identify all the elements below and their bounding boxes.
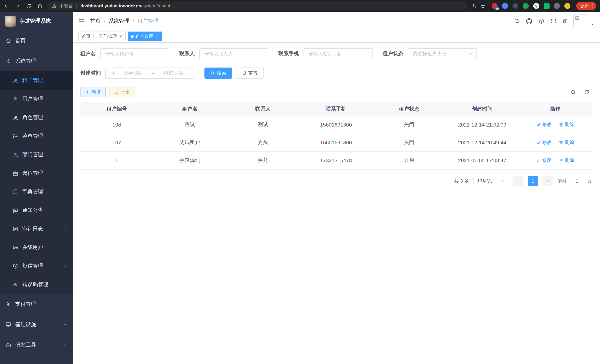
phone-input[interactable] [303, 48, 373, 59]
sidebar-item-payment[interactable]: 支付管理 [0, 294, 73, 314]
close-icon[interactable] [155, 35, 159, 38]
sidebar-item-tenant[interactable]: 租户管理 [0, 71, 73, 90]
bookmark-star-icon[interactable] [480, 3, 486, 9]
filter-row-1: 租户名 联系人 联系手机 租户状态 请选择租户状态 [80, 48, 592, 59]
goto-page-input[interactable] [570, 176, 584, 186]
github-icon[interactable] [526, 18, 532, 24]
font-size-button[interactable]: tT [563, 18, 567, 24]
add-button[interactable]: 新增 [80, 87, 106, 97]
cell-phone: 15601691300 [300, 134, 373, 151]
tab-dept-management[interactable]: 部门管理 [96, 32, 126, 41]
extension-icon[interactable]: 10 [492, 3, 497, 9]
extension-badge: 10 [495, 7, 499, 10]
sidebar-item-error-code[interactable]: 错误码管理 [0, 275, 73, 294]
address-bar[interactable]: 不安全 dashboard.yudao.iocoder.cn/system/te… [47, 1, 467, 10]
export-button[interactable]: 导出 [110, 87, 135, 97]
tenant-status-select[interactable]: 请选择租户状态 [408, 48, 477, 59]
sidebar-item-infrastructure[interactable]: 基础设施 [0, 314, 73, 335]
chevron-right-icon [545, 179, 550, 183]
page-size-select[interactable]: 10条/页 [473, 176, 508, 186]
create-time-range-picker[interactable]: 开始日期 - 结束日期 [105, 67, 194, 79]
sidebar-item-home[interactable]: 首页 [0, 30, 73, 51]
filter-row-2: 创建时间 开始日期 - 结束日期 搜索 重置 [80, 67, 592, 79]
browser-home-icon[interactable] [37, 3, 43, 9]
app-logo[interactable]: 芋道管理系统 [0, 12, 73, 30]
sidebar-item-notice[interactable]: 通知公告 [0, 201, 73, 220]
column-header: 操作 [519, 103, 592, 116]
contact-input[interactable] [199, 48, 268, 59]
chevron-down-icon [63, 227, 67, 231]
browser-back-icon[interactable] [4, 3, 9, 9]
cell-tenant-id: 107 [80, 134, 153, 151]
create-time-label: 创建时间 [80, 70, 101, 76]
profile-avatar-icon[interactable] [564, 3, 570, 9]
extension-icon[interactable] [502, 3, 508, 9]
sidebar-item-dev-tools[interactable]: 研发工具 [0, 335, 73, 355]
browser-update-button[interactable]: 更新 [576, 2, 596, 10]
sidebar-item-online-users[interactable]: 在线用户 [0, 238, 73, 257]
briefcase-icon [13, 170, 18, 176]
edit-button[interactable]: 修改 [536, 121, 552, 128]
caret-down-icon[interactable] [590, 22, 595, 26]
extension-icon[interactable]: y [533, 3, 539, 9]
sidebar-item-dept[interactable]: 部门管理 [0, 145, 73, 164]
total-count: 共 3 条 [454, 177, 469, 184]
prev-page-button[interactable] [513, 176, 523, 186]
breadcrumb: 首页 / 系统管理 / 租户管理 [90, 18, 158, 25]
sidebar-item-role[interactable]: 角色管理 [0, 108, 73, 127]
edit-button[interactable]: 修改 [536, 157, 552, 164]
sidebar-item-system[interactable]: 系统管理 [0, 51, 73, 71]
sidebar-item-sms[interactable]: 短信管理 [0, 257, 73, 275]
sidebar-item-post[interactable]: 岗位管理 [0, 164, 73, 183]
hamburger-icon[interactable] [73, 18, 90, 24]
table-toolbar: 新增 导出 [80, 87, 592, 97]
sidebar-item-menu[interactable]: 菜单管理 [0, 127, 73, 145]
search-icon[interactable] [514, 18, 520, 24]
delete-label: 删除 [564, 139, 574, 146]
refresh-table-icon[interactable] [584, 89, 590, 95]
edit-button[interactable]: 修改 [536, 139, 552, 146]
column-header: 联系人 [226, 103, 300, 116]
book-icon [13, 189, 18, 195]
toggle-search-icon[interactable] [570, 89, 576, 95]
sidebar-item-label: 岗位管理 [22, 170, 67, 177]
kebab-menu-icon[interactable] [590, 3, 595, 9]
fullscreen-icon[interactable] [551, 18, 557, 24]
tab-home[interactable]: 首页 [78, 32, 94, 41]
tab-tenant-management[interactable]: 租户管理 [128, 32, 162, 41]
sidebar-item-user[interactable]: 用户管理 [0, 90, 73, 108]
sidebar-item-audit-log[interactable]: 审计日志 [0, 220, 73, 238]
sidebar-item-dict[interactable]: 字典管理 [0, 183, 73, 201]
reset-button[interactable]: 重置 [236, 67, 264, 79]
column-header: 租户编号 [80, 103, 153, 116]
close-icon[interactable] [119, 35, 122, 38]
tenant-name-input[interactable] [100, 48, 169, 59]
extension-icon[interactable] [523, 3, 529, 9]
share-icon[interactable] [471, 3, 477, 9]
page-number-button[interactable]: 1 [528, 176, 538, 186]
delete-button[interactable]: 删除 [559, 121, 574, 128]
delete-button[interactable]: 删除 [559, 139, 574, 146]
browser-reload-icon[interactable] [26, 3, 32, 9]
start-date-placeholder: 开始日期 [116, 70, 150, 76]
code-icon [13, 282, 18, 287]
chevron-left-icon [516, 179, 520, 183]
column-header: 联系手机 [300, 103, 373, 116]
browser-forward-icon[interactable] [15, 3, 20, 9]
end-date-placeholder: 结束日期 [156, 70, 190, 76]
breadcrumb-section[interactable]: 系统管理 [109, 18, 129, 25]
edit-icon [536, 122, 541, 127]
extension-icon[interactable] [512, 3, 518, 9]
help-icon[interactable] [538, 18, 544, 24]
search-button[interactable]: 搜索 [205, 67, 232, 79]
delete-button[interactable]: 删除 [559, 157, 574, 164]
next-page-button[interactable] [543, 176, 553, 186]
breadcrumb-home[interactable]: 首页 [90, 18, 101, 25]
column-header: 租户名 [153, 103, 226, 116]
sidebar-item-label: 系统管理 [15, 58, 59, 64]
navbar-actions: tT [514, 14, 595, 28]
extension-icon[interactable] [544, 3, 550, 9]
broadcast-icon [13, 245, 18, 250]
user-avatar[interactable] [573, 14, 587, 28]
extension-icon[interactable] [554, 3, 560, 9]
